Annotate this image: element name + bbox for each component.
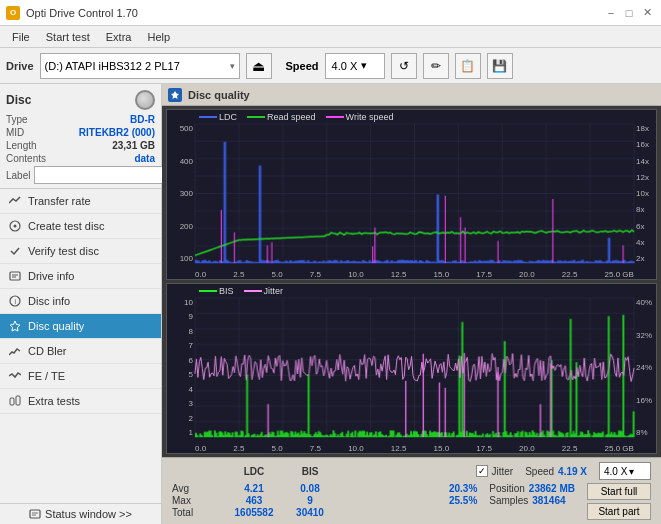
avg-ldc: 4.21 [244, 483, 263, 494]
sidebar-item-create-test-disc[interactable]: Create test disc [0, 214, 161, 239]
x-label-22.5: 22.5 [562, 270, 578, 279]
nav-label-extra-tests: Extra tests [28, 395, 80, 407]
sidebar-item-disc-info[interactable]: i Disc info [0, 289, 161, 314]
y-right-6x: 6x [636, 222, 644, 231]
svg-marker-13 [171, 91, 179, 99]
chart1-y-right-axis: 18x 16x 14x 12x 10x 8x 6x 4x 2x [634, 124, 656, 263]
x-label-17.5: 17.5 [476, 270, 492, 279]
y-label-400: 400 [180, 157, 193, 166]
speed-dropdown-arrow: ▾ [361, 59, 367, 72]
max-ldc: 463 [246, 495, 263, 506]
chart1-y-left-axis: 500 400 300 200 100 [167, 124, 195, 263]
disc-quality-header-icon [168, 88, 182, 102]
write-speed-legend-color [326, 116, 344, 118]
bis-legend-label: BIS [219, 286, 234, 296]
title-bar-left: O Opti Drive Control 1.70 [6, 6, 138, 20]
svg-rect-10 [30, 510, 40, 518]
disc-section: Disc Type BD-R MID RITEKBR2 (000) Length… [0, 84, 161, 189]
sidebar-item-verify-test-disc[interactable]: Verify test disc [0, 239, 161, 264]
read-speed-legend-item: Read speed [247, 112, 316, 122]
content-area: Disc quality LDC Read speed [162, 84, 661, 524]
total-label: Total [172, 507, 224, 518]
jitter-values: 20.3% 25.5% [449, 483, 477, 506]
speed-val: 4.19 X [558, 466, 587, 477]
ldc-chart-canvas [167, 110, 656, 279]
cd-bler-icon [8, 344, 22, 358]
disc-info-icon: i [8, 294, 22, 308]
jitter-legend-item: Jitter [244, 286, 284, 296]
disc-contents-row: Contents data [6, 153, 155, 164]
speed-select-val: 4.0 X [604, 466, 627, 477]
save-button[interactable]: 💾 [487, 53, 513, 79]
bis-chart-canvas [167, 284, 656, 453]
transfer-rate-icon [8, 194, 22, 208]
menu-file[interactable]: File [4, 29, 38, 45]
ldc-col-header: LDC [228, 466, 280, 477]
avg-bis: 0.08 [300, 483, 319, 494]
contents-val: data [134, 153, 155, 164]
eject-button[interactable]: ⏏ [246, 53, 272, 79]
position-label: Position [489, 483, 525, 494]
position-samples: Position 23862 MB Samples 381464 [489, 483, 575, 506]
total-ldc: 1605582 [235, 507, 274, 518]
app-icon: O [6, 6, 20, 20]
edit-button[interactable]: ✏ [423, 53, 449, 79]
position-value: 23862 MB [529, 483, 575, 494]
jitter-checkbox[interactable]: ✓ [476, 465, 488, 477]
y-right-14x: 14x [636, 157, 649, 166]
title-bar: O Opti Drive Control 1.70 − □ ✕ [0, 0, 661, 26]
create-test-disc-icon [8, 219, 22, 233]
x-label-15: 15.0 [434, 270, 450, 279]
label-input[interactable] [34, 166, 167, 184]
fe-te-icon [8, 369, 22, 383]
y-right-12x: 12x [636, 173, 649, 182]
close-button[interactable]: ✕ [639, 5, 655, 21]
sidebar: Disc Type BD-R MID RITEKBR2 (000) Length… [0, 84, 162, 524]
drive-label: Drive [6, 60, 34, 72]
sidebar-item-extra-tests[interactable]: Extra tests [0, 389, 161, 414]
disc-header: Disc [6, 90, 155, 110]
read-speed-legend-label: Read speed [267, 112, 316, 122]
nav-label-fe-te: FE / TE [28, 370, 65, 382]
read-speed-legend-color [247, 116, 265, 118]
nav-label-drive-info: Drive info [28, 270, 74, 282]
y-right-8x: 8x [636, 205, 644, 214]
ldc-legend-item: LDC [199, 112, 237, 122]
speed-selector[interactable]: 4.0 X ▾ [325, 53, 385, 79]
minimize-button[interactable]: − [603, 5, 619, 21]
samples-value: 381464 [532, 495, 565, 506]
speed-select-stat[interactable]: 4.0 X ▾ [599, 462, 651, 480]
drive-info-icon [8, 269, 22, 283]
stats-header-row: LDC BIS ✓ Jitter Speed 4.19 X 4.0 X ▾ [170, 462, 653, 480]
bis-values: 0.08 9 30410 [284, 483, 336, 518]
speed-key: Speed [525, 466, 554, 477]
status-window-button[interactable]: Status window >> [0, 503, 161, 524]
start-part-button[interactable]: Start part [587, 503, 651, 520]
copy-button[interactable]: 📋 [455, 53, 481, 79]
sidebar-item-cd-bler[interactable]: CD Bler [0, 339, 161, 364]
drive-selector[interactable]: (D:) ATAPI iHBS312 2 PL17 ▾ [40, 53, 240, 79]
sidebar-item-transfer-rate[interactable]: Transfer rate [0, 189, 161, 214]
y-label-300: 300 [180, 189, 193, 198]
drive-toolbar: Drive (D:) ATAPI iHBS312 2 PL17 ▾ ⏏ Spee… [0, 48, 661, 84]
sidebar-item-disc-quality[interactable]: Disc quality [0, 314, 161, 339]
maximize-button[interactable]: □ [621, 5, 637, 21]
stats-area: LDC BIS ✓ Jitter Speed 4.19 X 4.0 X ▾ [162, 457, 661, 524]
samples-label: Samples [489, 495, 528, 506]
menu-extra[interactable]: Extra [98, 29, 140, 45]
x-label-7.5: 7.5 [310, 270, 321, 279]
sidebar-item-fe-te[interactable]: FE / TE [0, 364, 161, 389]
ldc-legend-color [199, 116, 217, 118]
y-right-4x: 4x [636, 238, 644, 247]
menu-start-test[interactable]: Start test [38, 29, 98, 45]
speed-display: Speed 4.19 X [525, 466, 587, 477]
menu-help[interactable]: Help [139, 29, 178, 45]
start-full-button[interactable]: Start full [587, 483, 651, 500]
drive-dropdown-arrow: ▾ [230, 61, 235, 71]
nav-label-disc-info: Disc info [28, 295, 70, 307]
refresh-button[interactable]: ↺ [391, 53, 417, 79]
sidebar-item-drive-info[interactable]: Drive info [0, 264, 161, 289]
bis-col-header: BIS [284, 466, 336, 477]
svg-point-1 [14, 225, 17, 228]
y-label-200: 200 [180, 222, 193, 231]
